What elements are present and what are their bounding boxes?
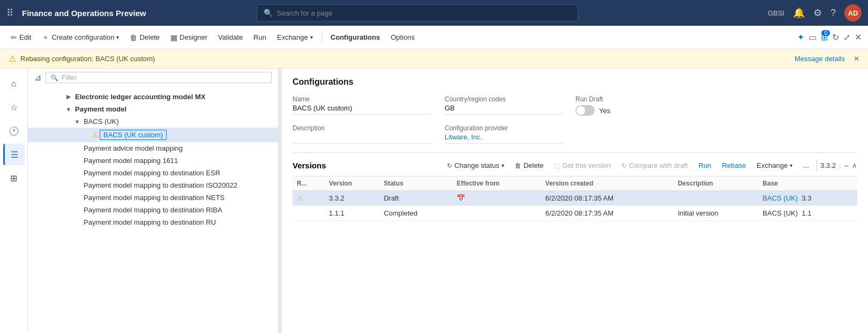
create-config-button[interactable]: ＋ Create configuration ▾: [38, 31, 123, 45]
compare-draft-button[interactable]: ↻ Compare with draft: [617, 159, 692, 172]
toolbar-right-actions: ✦ ▭ ⊞ 0 ↻ ⤢ ✕: [797, 32, 862, 42]
warning-icon: ⚠: [92, 131, 98, 139]
name-label: Name: [293, 95, 432, 103]
tree-item-mapping-nets[interactable]: Payment model mapping to destination NET…: [28, 191, 278, 204]
base-link[interactable]: BACS (UK): [762, 194, 798, 202]
icon-container: ⊞ 0: [821, 32, 828, 42]
refresh-icon[interactable]: ↻: [832, 32, 839, 42]
filter-input[interactable]: [62, 73, 267, 82]
chevron-right-icon: ▶: [64, 93, 73, 100]
tree-item-mapping-riba[interactable]: Payment model mapping to destination RIB…: [28, 204, 278, 216]
tree-item-bacs-uk-custom[interactable]: ⚠ BACS (UK custom): [28, 128, 278, 142]
row-created: 6/2/2020 08:17:35 AM: [541, 191, 674, 206]
run-button[interactable]: Run: [249, 31, 271, 43]
refresh-icon: ↻: [447, 162, 452, 169]
provider-label: Configuration provider: [445, 124, 563, 132]
help-icon[interactable]: ?: [830, 8, 836, 19]
notification-icon[interactable]: 🔔: [793, 7, 805, 19]
row-effective: [452, 206, 541, 221]
tree-item-mapping-1611[interactable]: Payment model mapping 1611: [28, 154, 278, 167]
tree-item-elec-ledger[interactable]: ▶ Electronic ledger accounting model MX: [28, 91, 278, 103]
versions-more-button[interactable]: ...: [799, 159, 813, 172]
close-window-icon[interactable]: ✕: [855, 32, 862, 42]
exchange-chevron-icon: ▾: [790, 162, 792, 168]
tree-section: ▶ Electronic ledger accounting model MX …: [0, 86, 278, 333]
user-avatar[interactable]: AD: [844, 4, 862, 21]
message-details-link[interactable]: Message details: [795, 55, 845, 63]
table-row[interactable]: 1.1.1 Completed 6/2/2020 08:17:35 AM Ini…: [293, 206, 857, 221]
configurations-button[interactable]: Configurations: [326, 31, 384, 43]
tree-item-mapping-iso[interactable]: Payment model mapping to destination ISO…: [28, 179, 278, 191]
options-button[interactable]: Options: [386, 31, 419, 43]
left-sidebar: ⊿ 🔍 ▶ Electronic ledger accounting model…: [0, 69, 279, 333]
diamond-icon[interactable]: ✦: [797, 32, 804, 42]
app-title: Finance and Operations Preview: [22, 9, 146, 18]
country-value: GB: [445, 104, 563, 115]
tree-item-bacs-uk[interactable]: ▼ BACS (UK): [28, 115, 278, 128]
search-input[interactable]: [277, 9, 571, 17]
provider-field: Configuration provider Litware, Inc.: [445, 124, 563, 144]
tree-item-payment-model[interactable]: ▼ Payment model: [28, 103, 278, 115]
edit-button[interactable]: ✏ Edit: [6, 31, 35, 44]
versions-exchange-button[interactable]: Exchange ▾: [752, 159, 797, 172]
tree-item-mapping-ru[interactable]: Payment model mapping to destination RU: [28, 216, 278, 228]
exchange-button[interactable]: Exchange ▾: [273, 31, 317, 43]
tree-label: Payment model mapping to destination RIB…: [84, 206, 222, 214]
plus-icon: ＋: [42, 33, 49, 42]
nav-recent[interactable]: 🕐: [3, 120, 25, 142]
nav-home[interactable]: ⌂: [3, 73, 25, 94]
nav-up-icon[interactable]: ∧: [852, 161, 857, 169]
col-header-effective: Effective from: [452, 176, 541, 191]
tree-label: Payment model mapping 1611: [84, 157, 178, 165]
expand-icon[interactable]: ⤢: [843, 32, 850, 42]
search-bar: 🔍: [257, 4, 578, 21]
nav-favorites[interactable]: ☆: [3, 97, 25, 118]
versions-separator: [817, 160, 817, 171]
row-version: 1.1.1: [325, 206, 379, 221]
col-header-status: Status: [379, 176, 452, 191]
side-panel-icon[interactable]: ▭: [809, 32, 817, 42]
change-status-button[interactable]: ↻ Change status ▾: [443, 159, 508, 172]
calendar-icon[interactable]: 📅: [457, 194, 465, 202]
versions-delete-button[interactable]: 🗑 Delete: [511, 159, 548, 172]
tree-label: Payment model mapping to destination ESR: [84, 169, 220, 177]
exchange-chevron-icon: ▾: [310, 34, 313, 40]
delete-icon: 🗑: [515, 162, 521, 169]
nav-modules[interactable]: ⊞: [3, 167, 25, 189]
validate-button[interactable]: Validate: [214, 31, 247, 43]
version-nav: 3.3.2 | -- ∧: [820, 161, 857, 169]
rebase-button[interactable]: Rebase: [718, 159, 751, 172]
tree-label: Payment model mapping to destination ISO…: [84, 181, 237, 189]
table-row[interactable]: ⚠ 3.3.2 Draft 📅 6/2/2020 08:17:35 AM BAC…: [293, 191, 857, 206]
provider-value[interactable]: Litware, Inc.: [445, 133, 563, 144]
tree-label: BACS (UK): [84, 117, 119, 125]
filter-search-icon: 🔍: [50, 74, 58, 82]
version-sep: --: [844, 161, 849, 169]
versions-table-body: ⚠ 3.3.2 Draft 📅 6/2/2020 08:17:35 AM BAC…: [293, 191, 857, 221]
top-nav-right: GBSI 🔔 ⚙ ? AD: [768, 4, 862, 21]
versions-title: Versions: [293, 161, 326, 170]
name-value: BACS (UK custom): [293, 104, 432, 115]
field-grid: Name BACS (UK custom) Country/region cod…: [293, 95, 857, 116]
get-version-button[interactable]: ⬚ Get this version: [550, 159, 615, 172]
nav-workspaces[interactable]: ☰: [3, 144, 25, 165]
app-menu-icon[interactable]: ⠿: [6, 7, 13, 19]
designer-button[interactable]: ▦ Designer: [166, 31, 212, 44]
versions-table: R... Version Status Effective from Versi…: [293, 176, 857, 221]
field-grid-2: Description Configuration provider Litwa…: [293, 124, 857, 144]
panel-divider[interactable]: [279, 69, 282, 333]
delete-button[interactable]: 🗑 Delete: [125, 31, 164, 44]
tree-item-mapping-esr[interactable]: Payment model mapping to destination ESR: [28, 167, 278, 179]
run-draft-toggle[interactable]: [575, 105, 595, 116]
filter-icon[interactable]: ⊿: [34, 72, 41, 83]
filter-input-wrap: 🔍: [46, 72, 272, 83]
tree-item-payment-advice[interactable]: Payment advice model mapping: [28, 142, 278, 154]
tree-label: Electronic ledger accounting model MX: [75, 93, 205, 101]
warning-icon: ⚠: [9, 54, 16, 64]
versions-section: Versions ↻ Change status ▾ 🗑 Delete ⬚ Ge…: [293, 152, 857, 221]
warning-close-icon[interactable]: ✕: [854, 55, 859, 63]
versions-run-button[interactable]: Run: [694, 159, 716, 172]
col-header-version: Version: [325, 176, 379, 191]
row-description: Initial version: [674, 206, 758, 221]
settings-icon[interactable]: ⚙: [813, 7, 822, 19]
